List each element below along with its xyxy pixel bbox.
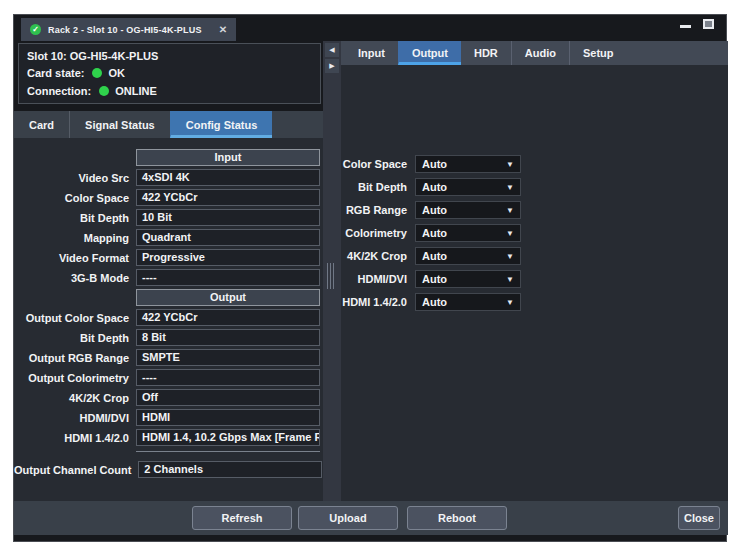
crop-dropdown[interactable]: Auto ▼ [415,247,521,265]
field-label: Bit Depth [14,332,136,344]
field-value: 422 YCbCr [136,189,320,206]
config-status-panel: Input Video Src 4xSDI 4K Color Space 422… [14,138,323,501]
field-label: 4K/2K Crop [14,392,136,404]
tab-close-icon[interactable]: ✕ [219,24,227,35]
collapse-right-icon[interactable]: ▶ [325,59,339,73]
bit-depth-dropdown[interactable]: Auto ▼ [415,178,521,196]
tab-input[interactable]: Input [345,41,398,65]
rack-slot-tab[interactable]: ✓ Rack 2 - Slot 10 - OG-HI5-4K-PLUS ✕ [21,18,236,41]
tab-output[interactable]: Output [398,41,461,65]
minimize-icon[interactable] [680,25,691,28]
dropdown-value: Auto [422,227,447,239]
rack-slot-tab-label: Rack 2 - Slot 10 - OG-HI5-4K-PLUS [48,25,202,35]
field-row-output-colorimetry: Output Colorimetry ---- [14,369,323,386]
field-row-color-space: Color Space 422 YCbCr [14,189,323,206]
setting-row-color-space: Color Space Auto ▼ [341,155,728,173]
upload-button[interactable]: Upload [298,506,398,530]
splitter-grip-icon[interactable] [327,263,334,289]
output-settings-panel: Color Space Auto ▼ Bit Depth Auto ▼ RGB … [341,65,728,501]
card-state-row: Card state: OK [27,67,312,79]
tab-signal-status[interactable]: Signal Status [69,111,170,138]
section-divider [136,451,320,452]
field-value: 10 Bit [136,209,320,226]
field-value: Off [136,389,320,406]
chevron-down-icon: ▼ [506,206,514,215]
right-tab-bar: Input Output HDR Audio Setup [341,41,728,65]
section-header-row: Output [14,289,323,306]
field-value: HDMI [136,409,320,426]
hdmi-version-dropdown[interactable]: Auto ▼ [415,293,521,311]
field-row-video-format: Video Format Progressive [14,249,323,266]
dropdown-value: Auto [422,158,447,170]
screenshot-stage: ✓ Rack 2 - Slot 10 - OG-HI5-4K-PLUS ✕ Sl… [0,0,740,555]
panel-splitter[interactable]: ◀ ▶ [323,41,341,501]
tab-card[interactable]: Card [14,111,69,138]
card-info-panel: Slot 10: OG-HI5-4K-PLUS Card state: OK C… [18,43,321,104]
setting-label: Colorimetry [341,227,415,239]
tab-hdr[interactable]: HDR [461,41,511,65]
app-window: ✓ Rack 2 - Slot 10 - OG-HI5-4K-PLUS ✕ Sl… [13,14,727,542]
reboot-button[interactable]: Reboot [407,506,507,530]
hdmi-dvi-dropdown[interactable]: Auto ▼ [415,270,521,288]
connection-value: ONLINE [115,85,157,97]
field-value: 2 Channels [138,461,322,478]
card-state-value: OK [108,67,125,79]
field-row-video-src: Video Src 4xSDI 4K [14,169,323,186]
field-value: ---- [136,269,320,286]
setting-label: HDMI 1.4/2.0 [341,296,415,308]
field-label: HDMI 1.4/2.0 [14,432,136,444]
right-panel: Input Output HDR Audio Setup Color Space… [341,41,728,501]
tab-setup[interactable]: Setup [569,41,627,65]
field-row-hdmi-14-20: HDMI 1.4/2.0 HDMI 1.4, 10.2 Gbps Max [Fr… [14,429,323,446]
input-section-header: Input [136,149,320,166]
field-row-mapping: Mapping Quadrant [14,229,323,246]
tab-config-status[interactable]: Config Status [170,111,273,138]
slot-title-text: Slot 10: OG-HI5-4K-PLUS [27,50,158,62]
tab-status-check-icon: ✓ [30,24,41,35]
field-row-bit-depth: Bit Depth 10 Bit [14,209,323,226]
card-state-status-icon [92,68,102,78]
setting-label: Bit Depth [341,181,415,193]
field-label: Video Format [14,252,136,264]
color-space-dropdown[interactable]: Auto ▼ [415,155,521,173]
field-label: Output Channel Count [14,464,138,476]
chevron-down-icon: ▼ [506,252,514,261]
dropdown-value: Auto [422,204,447,216]
rgb-range-dropdown[interactable]: Auto ▼ [415,201,521,219]
field-value: HDMI 1.4, 10.2 Gbps Max [Frame Rate] [136,429,320,446]
chevron-down-icon: ▼ [506,229,514,238]
left-tab-bar: Card Signal Status Config Status [14,111,323,138]
dropdown-value: Auto [422,250,447,262]
field-label: Output RGB Range [14,352,136,364]
titlebar: ✓ Rack 2 - Slot 10 - OG-HI5-4K-PLUS ✕ [14,15,726,41]
field-label: Bit Depth [14,212,136,224]
field-row-hdmi-dvi: HDMI/DVI HDMI [14,409,323,426]
field-value: Progressive [136,249,320,266]
section-header-row: Input [14,149,323,166]
refresh-button[interactable]: Refresh [192,506,292,530]
close-button[interactable]: Close [678,506,720,530]
colorimetry-dropdown[interactable]: Auto ▼ [415,224,521,242]
slot-title: Slot 10: OG-HI5-4K-PLUS [27,50,312,62]
setting-row-4k2k-crop: 4K/2K Crop Auto ▼ [341,247,728,265]
setting-row-rgb-range: RGB Range Auto ▼ [341,201,728,219]
setting-label: 4K/2K Crop [341,250,415,262]
connection-status-icon [99,86,109,96]
field-label: HDMI/DVI [14,412,136,424]
maximize-icon[interactable] [703,19,714,29]
field-row-3gb-mode: 3G-B Mode ---- [14,269,323,286]
collapse-left-icon[interactable]: ◀ [325,43,339,57]
connection-label: Connection: [27,85,91,97]
setting-row-bit-depth: Bit Depth Auto ▼ [341,178,728,196]
tab-audio[interactable]: Audio [511,41,569,65]
card-state-label: Card state: [27,67,84,79]
field-label: Output Colorimetry [14,372,136,384]
field-row-output-channel-count: Output Channel Count 2 Channels [14,461,323,478]
field-row-output-rgb-range: Output RGB Range SMPTE [14,349,323,366]
field-value: 422 YCbCr [136,309,320,326]
chevron-down-icon: ▼ [506,160,514,169]
field-value: SMPTE [136,349,320,366]
footer-bar: Refresh Upload Reboot Close [14,501,728,535]
dropdown-value: Auto [422,296,447,308]
field-value: 8 Bit [136,329,320,346]
